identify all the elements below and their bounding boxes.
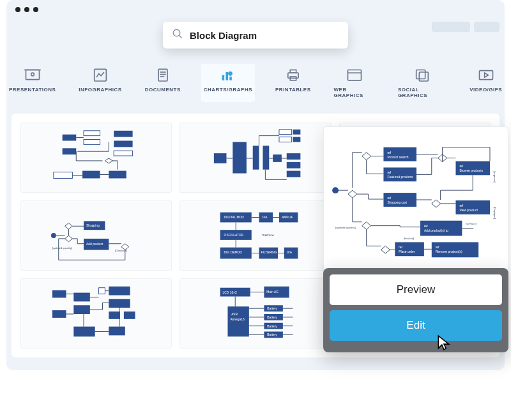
svg-rect-31 <box>109 171 126 179</box>
svg-rect-43 <box>287 162 301 169</box>
svg-text:Main AC: Main AC <box>267 290 279 294</box>
svg-text:AMPLIF: AMPLIF <box>282 216 293 219</box>
template-thumb[interactable]: Shopping [updated quantity] Add product … <box>20 200 172 271</box>
template-detail-preview[interactable]: refProduct search refBrowse products ref… <box>323 126 508 273</box>
svg-rect-36 <box>263 146 270 169</box>
svg-rect-42 <box>287 153 301 160</box>
svg-point-61 <box>51 233 56 238</box>
tab-infographics[interactable]: INFOGRAPHICS <box>76 64 124 102</box>
svg-text:Shopping cart: Shopping cart <box>387 201 407 204</box>
template-thumb[interactable] <box>20 123 172 193</box>
svg-text:Remove product(s): Remove product(s) <box>436 250 462 253</box>
tab-social-graphics[interactable]: SOCIAL GRAPHICS <box>395 64 449 102</box>
edit-button[interactable]: Edit <box>330 310 502 341</box>
svg-rect-35 <box>253 146 259 169</box>
svg-text:ref: ref <box>459 204 463 207</box>
search-icon <box>172 28 183 42</box>
template-thumb[interactable]: LCD 16×2 Main AC AVRAtmega16 BatteryBatt… <box>179 278 331 349</box>
svg-marker-139 <box>362 153 371 160</box>
svg-text:Atmega16: Atmega16 <box>231 318 245 321</box>
svg-text:View product: View product <box>459 209 478 212</box>
tab-label: SOCIAL GRAPHICS <box>398 87 446 98</box>
window-dot <box>15 7 20 12</box>
svg-text:Add product: Add product <box>86 243 103 246</box>
svg-rect-39 <box>279 137 292 142</box>
social-icon <box>413 68 431 83</box>
svg-rect-98 <box>73 293 90 302</box>
svg-text:ref: ref <box>387 151 391 154</box>
svg-text:Browse products: Browse products <box>459 169 483 172</box>
tab-web-graphics[interactable]: WEB GRAPHICS <box>332 64 378 102</box>
svg-rect-104 <box>109 311 120 319</box>
svg-text:Featured products: Featured products <box>387 176 413 179</box>
svg-text:ref: ref <box>436 246 439 249</box>
svg-text:[finished]: [finished] <box>404 237 414 240</box>
tab-printables[interactable]: PRINTABLES <box>273 64 314 102</box>
svg-rect-24 <box>84 131 100 136</box>
svg-rect-37 <box>273 154 282 162</box>
svg-rect-18 <box>416 70 425 79</box>
tab-documents[interactable]: DOCUMENTS <box>142 64 183 102</box>
svg-rect-34 <box>233 142 247 173</box>
svg-rect-101 <box>99 288 105 294</box>
svg-line-1 <box>179 35 182 38</box>
tab-presentations[interactable]: PRESENTATIONS <box>6 64 58 102</box>
tab-video-gifs[interactable]: VIDEO/GIFS <box>467 64 505 102</box>
svg-rect-16 <box>347 70 361 80</box>
window-dot <box>33 7 38 12</box>
svg-rect-102 <box>109 287 130 296</box>
svg-text:ref: ref <box>424 225 428 228</box>
svg-rect-2 <box>26 70 39 80</box>
svg-rect-41 <box>293 137 301 142</box>
svg-text:[Displayed]: [Displayed] <box>493 207 496 220</box>
template-thumb[interactable]: DIGITAL MOD D/A AMPLIF OSCILLATOR TDA605… <box>179 200 331 271</box>
document-icon <box>154 68 172 83</box>
svg-marker-21 <box>484 73 488 77</box>
template-thumb[interactable] <box>20 278 172 349</box>
svg-text:TDA6051A: TDA6051A <box>262 234 275 237</box>
svg-rect-100 <box>73 327 95 337</box>
tab-label: VIDEO/GIFS <box>469 87 502 93</box>
presentation-icon <box>24 68 42 83</box>
svg-rect-40 <box>293 130 301 135</box>
chart-icon <box>219 68 237 83</box>
svg-text:Shopping: Shopping <box>86 224 100 227</box>
search-input[interactable] <box>190 30 339 41</box>
tab-label: PRINTABLES <box>275 87 311 93</box>
printable-icon <box>284 68 302 83</box>
svg-rect-20 <box>479 71 492 80</box>
svg-text:DIG DEMOD: DIG DEMOD <box>224 251 243 254</box>
svg-rect-30 <box>82 171 100 179</box>
svg-point-3 <box>31 73 34 76</box>
svg-text:Battery: Battery <box>268 307 278 310</box>
svg-rect-11 <box>225 72 227 80</box>
svg-marker-62 <box>65 236 73 242</box>
search-box[interactable] <box>163 22 348 49</box>
svg-text:FILTERING: FILTERING <box>261 251 277 254</box>
template-thumb[interactable] <box>179 123 331 193</box>
svg-marker-63 <box>65 223 73 229</box>
svg-text:Product search: Product search <box>387 156 408 159</box>
svg-point-137 <box>332 187 339 193</box>
svg-point-0 <box>173 29 180 36</box>
infographic-icon <box>91 68 109 83</box>
tab-charts-graphs[interactable]: CHARTS/GRAPHS <box>201 64 255 102</box>
svg-text:Battery: Battery <box>268 333 278 336</box>
action-popover: Preview Edit <box>323 268 508 352</box>
svg-text:[segment]: [segment] <box>493 171 496 182</box>
svg-text:[to Place]: [to Place] <box>466 222 476 225</box>
svg-rect-44 <box>287 171 301 177</box>
svg-text:Battery: Battery <box>268 316 278 319</box>
titlebar <box>6 0 505 19</box>
svg-rect-96 <box>52 290 66 298</box>
preview-button[interactable]: Preview <box>330 274 502 305</box>
svg-marker-138 <box>348 190 357 198</box>
tab-label: INFOGRAPHICS <box>79 87 121 93</box>
svg-text:Add product(s) to: Add product(s) to <box>424 229 448 232</box>
cursor-icon <box>436 334 452 351</box>
svg-rect-22 <box>63 135 77 141</box>
svg-rect-13 <box>288 73 298 78</box>
category-tabs: PRESENTATIONS INFOGRAPHICS DOCUMENTS CHA… <box>6 50 505 114</box>
svg-marker-159 <box>362 222 371 230</box>
svg-text:ref: ref <box>387 197 391 200</box>
